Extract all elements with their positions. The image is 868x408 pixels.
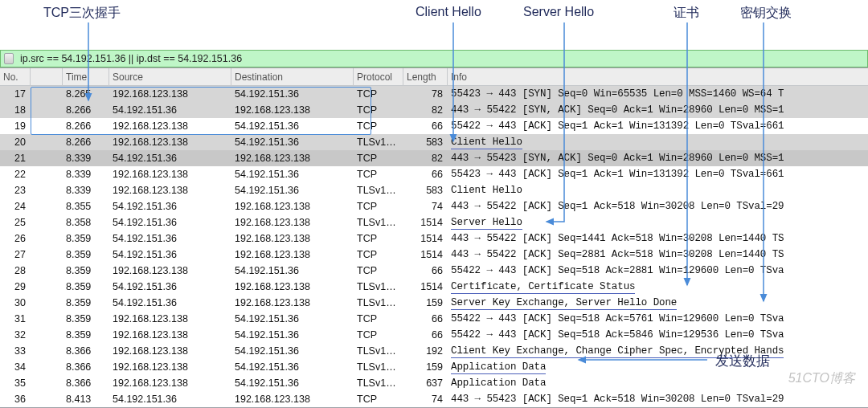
rows-container: 178.265192.168.123.13854.192.151.36TCP78…: [0, 86, 868, 407]
cell-source: 192.168.123.138: [109, 311, 231, 327]
cell-len: 66: [403, 166, 448, 182]
table-row[interactable]: 368.41354.192.151.36192.168.123.138TCP74…: [0, 391, 868, 407]
table-row[interactable]: 288.359192.168.123.13854.192.151.36TCP66…: [0, 263, 868, 279]
cell-blank: [31, 118, 63, 134]
cell-blank: [31, 182, 63, 198]
cell-blank: [31, 279, 63, 295]
column-headers[interactable]: No. Time Source Destination Protocol Len…: [0, 68, 868, 86]
cell-no: 32: [0, 327, 31, 343]
cell-info: 55423 → 443 [SYN] Seq=0 Win=65535 Len=0 …: [448, 86, 868, 102]
cell-proto: TCP: [354, 198, 403, 214]
packet-list[interactable]: No. Time Source Destination Protocol Len…: [0, 67, 868, 408]
cell-blank: [31, 247, 63, 263]
cell-no: 30: [0, 295, 31, 311]
cell-source: 192.168.123.138: [109, 134, 231, 150]
table-row[interactable]: 358.366192.168.123.13854.192.151.36TLSv1…: [0, 375, 868, 391]
cell-len: 66: [403, 263, 448, 279]
cell-blank: [31, 327, 63, 343]
cell-time: 8.366: [63, 375, 109, 391]
cell-blank: [31, 166, 63, 182]
col-dest[interactable]: Destination: [231, 68, 354, 86]
table-row[interactable]: 348.366192.168.123.13854.192.151.36TLSv1…: [0, 359, 868, 375]
table-row[interactable]: 188.26654.192.151.36192.168.123.138TCP82…: [0, 102, 868, 118]
cell-time: 8.339: [63, 150, 109, 166]
table-row[interactable]: 218.33954.192.151.36192.168.123.138TCP82…: [0, 150, 868, 166]
table-row[interactable]: 278.35954.192.151.36192.168.123.138TCP15…: [0, 247, 868, 263]
watermark-text: 51CTO博客: [788, 370, 855, 387]
display-filter-input[interactable]: [17, 51, 867, 66]
cell-dest: 54.192.151.36: [231, 86, 354, 102]
cell-time: 8.339: [63, 166, 109, 182]
cell-len: 159: [403, 359, 448, 375]
cell-time: 8.339: [63, 182, 109, 198]
cell-dest: 192.168.123.138: [231, 247, 354, 263]
col-no[interactable]: No.: [0, 68, 31, 86]
cell-proto: TCP: [354, 327, 403, 343]
table-row[interactable]: 268.35954.192.151.36192.168.123.138TCP15…: [0, 231, 868, 247]
table-row[interactable]: 328.359192.168.123.13854.192.151.36TCP66…: [0, 327, 868, 343]
table-row[interactable]: 338.366192.168.123.13854.192.151.36TLSv1…: [0, 343, 868, 359]
cell-no: 23: [0, 182, 31, 198]
cell-source: 192.168.123.138: [109, 182, 231, 198]
cell-no: 27: [0, 247, 31, 263]
cell-len: 583: [403, 134, 448, 150]
cell-info: Certificate, Certificate Status: [448, 279, 868, 295]
table-row[interactable]: 198.266192.168.123.13854.192.151.36TCP66…: [0, 118, 868, 134]
anno-key-exchange: 密钥交换: [740, 5, 792, 22]
cell-dest: 54.192.151.36: [231, 343, 354, 359]
col-length[interactable]: Length: [403, 68, 448, 86]
cell-info: 443 → 55423 [ACK] Seq=1 Ack=518 Win=3020…: [448, 391, 868, 407]
cell-source: 192.168.123.138: [109, 375, 231, 391]
cell-dest: 54.192.151.36: [231, 311, 354, 327]
table-row[interactable]: 228.339192.168.123.13854.192.151.36TCP66…: [0, 166, 868, 182]
table-row[interactable]: 208.266192.168.123.13854.192.151.36TLSv1…: [0, 134, 868, 150]
table-row[interactable]: 238.339192.168.123.13854.192.151.36TLSv1…: [0, 182, 868, 198]
cell-source: 54.192.151.36: [109, 102, 231, 118]
table-row[interactable]: 318.359192.168.123.13854.192.151.36TCP66…: [0, 311, 868, 327]
cell-proto: TCP: [354, 263, 403, 279]
cell-time: 8.359: [63, 311, 109, 327]
table-row[interactable]: 248.35554.192.151.36192.168.123.138TCP74…: [0, 198, 868, 214]
cell-proto: TCP: [354, 391, 403, 407]
col-info[interactable]: Info: [448, 68, 868, 86]
cell-len: 78: [403, 86, 448, 102]
cell-info: Client Key Exchange, Change Cipher Spec,…: [448, 343, 868, 359]
col-protocol[interactable]: Protocol: [354, 68, 403, 86]
cell-no: 20: [0, 134, 31, 150]
cell-dest: 192.168.123.138: [231, 198, 354, 214]
cell-no: 19: [0, 118, 31, 134]
cell-proto: TCP: [354, 86, 403, 102]
table-row[interactable]: 178.265192.168.123.13854.192.151.36TCP78…: [0, 86, 868, 102]
cell-no: 28: [0, 263, 31, 279]
cell-len: 159: [403, 295, 448, 311]
cell-no: 22: [0, 166, 31, 182]
bookmark-icon[interactable]: [4, 53, 14, 64]
col-source[interactable]: Source: [109, 68, 231, 86]
col-time[interactable]: Time: [63, 68, 109, 86]
cell-time: 8.355: [63, 198, 109, 214]
cell-blank: [31, 214, 63, 231]
cell-dest: 54.192.151.36: [231, 375, 354, 391]
cell-blank: [31, 102, 63, 118]
cell-proto: TCP: [354, 311, 403, 327]
cell-source: 54.192.151.36: [109, 247, 231, 263]
cell-proto: TCP: [354, 150, 403, 166]
cell-blank: [31, 311, 63, 327]
cell-source: 54.192.151.36: [109, 295, 231, 311]
anno-certificate: 证书: [674, 5, 699, 22]
cell-source: 54.192.151.36: [109, 198, 231, 214]
cell-proto: TCP: [354, 166, 403, 182]
cell-source: 192.168.123.138: [109, 343, 231, 359]
cell-blank: [31, 375, 63, 391]
table-row[interactable]: 308.35954.192.151.36192.168.123.138TLSv1…: [0, 295, 868, 311]
cell-info: 443 → 55422 [ACK] Seq=1441 Ack=518 Win=3…: [448, 231, 868, 247]
table-row[interactable]: 258.35854.192.151.36192.168.123.138TLSv1…: [0, 214, 868, 231]
cell-info: 55423 → 443 [ACK] Seq=1 Ack=1 Win=131392…: [448, 166, 868, 182]
cell-time: 8.266: [63, 102, 109, 118]
table-row[interactable]: 298.35954.192.151.36192.168.123.138TLSv1…: [0, 279, 868, 295]
cell-blank: [31, 198, 63, 214]
cell-blank: [31, 263, 63, 279]
cell-dest: 192.168.123.138: [231, 279, 354, 295]
col-blank[interactable]: [31, 68, 63, 86]
cell-time: 8.266: [63, 134, 109, 150]
